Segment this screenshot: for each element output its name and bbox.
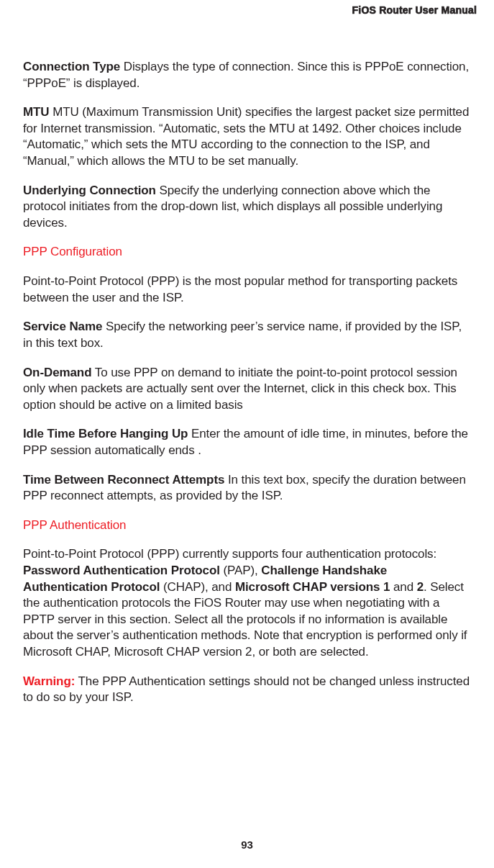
term-service-name: Service Name	[23, 320, 102, 333]
term-reconnect-attempts: Time Between Reconnect Attempts	[23, 473, 224, 487]
para-underlying-connection: Underlying Connection Specify the underl…	[23, 183, 471, 232]
heading-ppp-authentication: PPP Authentication	[23, 517, 471, 534]
term-underlying-connection: Underlying Connection	[23, 184, 156, 197]
auth-text-a: Point-to-Point Protocol (PPP) currently …	[23, 547, 436, 561]
body-mtu: MTU (Maximum Transmission Unit) specifie…	[23, 105, 469, 168]
auth-term-mschap1: Microsoft CHAP versions 1	[235, 580, 390, 594]
body-content: Connection Type Displays the type of con…	[23, 0, 471, 706]
heading-ppp-configuration: PPP Configuration	[23, 244, 471, 261]
warning-label: Warning:	[23, 674, 75, 688]
para-reconnect-attempts: Time Between Reconnect Attempts In this …	[23, 472, 471, 505]
term-idle-time: Idle Time Before Hanging Up	[23, 427, 188, 440]
auth-text-c: (PAP),	[220, 564, 261, 577]
auth-text-e: and	[390, 580, 416, 594]
para-idle-time: Idle Time Before Hanging Up Enter the am…	[23, 426, 471, 458]
para-service-name: Service Name Specify the networking peer…	[23, 319, 471, 351]
term-on-demand: On-Demand	[23, 366, 91, 379]
para-ppp-intro: Point-to-Point Protocol (PPP) is the mos…	[23, 273, 471, 306]
term-connection-type: Connection Type	[23, 60, 120, 73]
warning-body: The PPP Authentication settings should n…	[23, 674, 470, 705]
page: FiOS Router User Manual Connection Type …	[0, 0, 494, 868]
term-mtu: MTU	[23, 105, 50, 119]
auth-text-d: (CHAP), and	[160, 580, 235, 594]
auth-term-mschap2: 2	[417, 580, 424, 594]
page-number: 93	[0, 838, 494, 851]
para-ppp-auth-protocols: Point-to-Point Protocol (PPP) currently …	[23, 546, 471, 660]
para-warning: Warning: The PPP Authentication settings…	[23, 674, 471, 706]
para-on-demand: On-Demand To use PPP on demand to initia…	[23, 365, 471, 414]
running-header: FiOS Router User Manual	[352, 4, 477, 16]
auth-term-pap: Password Authentication Protocol	[23, 564, 220, 577]
para-connection-type: Connection Type Displays the type of con…	[23, 59, 471, 91]
para-mtu: MTU MTU (Maximum Transmission Unit) spec…	[23, 104, 471, 169]
